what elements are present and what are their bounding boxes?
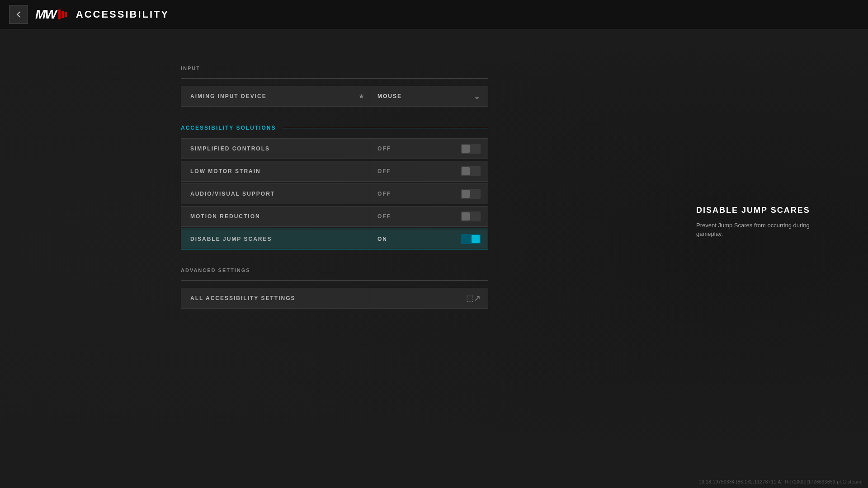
main-content: INPUT AIMING INPUT DEVICE ★ MOUSE ⌄ ACCE… xyxy=(0,29,868,488)
mw-text: MW xyxy=(35,7,56,22)
toggle-thumb xyxy=(462,145,470,153)
low-motor-strain-label: LOW MOTOR STRAIN xyxy=(181,168,370,174)
accessibility-section-title: ACCESSIBILITY SOLUTIONS xyxy=(181,125,276,131)
simplified-controls-row[interactable]: SIMPLIFIED CONTROLS OFF xyxy=(181,138,488,159)
input-divider xyxy=(181,78,488,79)
external-link-icon: ⬚↗ xyxy=(466,293,481,303)
star-icon: ★ xyxy=(359,93,364,100)
advanced-divider xyxy=(181,280,488,281)
mw-bar-2 xyxy=(61,11,64,18)
input-section-header: INPUT xyxy=(181,66,488,73)
audio-visual-support-value-area: OFF xyxy=(370,189,488,199)
mw-logo: MW xyxy=(35,7,67,22)
input-section: INPUT AIMING INPUT DEVICE ★ MOUSE ⌄ xyxy=(181,66,488,107)
motion-reduction-row[interactable]: MOTION REDUCTION OFF xyxy=(181,206,488,227)
disable-jump-scares-label: DISABLE JUMP SCARES xyxy=(181,236,370,242)
disable-jump-scares-toggle[interactable] xyxy=(461,234,481,244)
low-motor-strain-toggle[interactable] xyxy=(461,166,481,176)
disable-jump-scares-row[interactable]: DISABLE JUMP SCARES ON xyxy=(181,229,488,249)
toggle-thumb xyxy=(462,212,470,221)
motion-reduction-value-area: OFF xyxy=(370,211,488,221)
mw-bar-3 xyxy=(65,12,67,17)
link-icon-area: ⬚↗ xyxy=(370,293,488,303)
low-motor-strain-row[interactable]: LOW MOTOR STRAIN OFF xyxy=(181,161,488,182)
disable-jump-scares-value-area: ON xyxy=(370,234,488,244)
aiming-input-value-area: MOUSE ⌄ xyxy=(370,92,488,101)
info-panel: DISABLE JUMP SCARES Prevent Jump Scares … xyxy=(696,206,814,239)
simplified-controls-value: OFF xyxy=(377,145,391,152)
chevron-down-icon: ⌄ xyxy=(474,92,481,101)
simplified-controls-value-area: OFF xyxy=(370,144,488,154)
motion-reduction-label: MOTION REDUCTION xyxy=(181,213,370,220)
audio-visual-support-toggle[interactable] xyxy=(461,189,481,199)
simplified-controls-label: SIMPLIFIED CONTROLS xyxy=(181,145,370,152)
motion-reduction-toggle[interactable] xyxy=(461,211,481,221)
all-accessibility-settings-row[interactable]: ALL ACCESSIBILITY SETTINGS ⬚↗ xyxy=(181,288,488,309)
all-accessibility-settings-label: ALL ACCESSIBILITY SETTINGS xyxy=(181,295,370,301)
audio-visual-support-value: OFF xyxy=(377,191,391,197)
settings-panel: INPUT AIMING INPUT DEVICE ★ MOUSE ⌄ ACCE… xyxy=(181,66,488,316)
audio-visual-support-row[interactable]: AUDIO/VISUAL SUPPORT OFF xyxy=(181,183,488,204)
back-button[interactable] xyxy=(9,5,28,24)
header: MW ACCESSIBILITY xyxy=(0,0,868,29)
low-motor-strain-value-area: OFF xyxy=(370,166,488,176)
audio-visual-support-label: AUDIO/VISUAL SUPPORT xyxy=(181,191,370,197)
motion-reduction-value: OFF xyxy=(377,213,391,220)
mw-bars xyxy=(58,9,67,19)
footer-debug: 10.18.19750334 [86:162:11278+11:A] Th[72… xyxy=(699,479,863,484)
section-header-line xyxy=(283,128,488,128)
logo-area: MW ACCESSIBILITY xyxy=(35,7,169,22)
aiming-input-label: AIMING INPUT DEVICE xyxy=(181,93,359,99)
disable-jump-scares-value: ON xyxy=(377,236,387,242)
page-title: ACCESSIBILITY xyxy=(76,9,169,20)
accessibility-solutions-section: ACCESSIBILITY SOLUTIONS SIMPLIFIED CONTR… xyxy=(181,125,488,249)
toggle-thumb xyxy=(472,235,480,243)
back-icon xyxy=(14,10,23,19)
toggle-thumb xyxy=(462,190,470,198)
aiming-input-device-row[interactable]: AIMING INPUT DEVICE ★ MOUSE ⌄ xyxy=(181,86,488,107)
mw-bar-1 xyxy=(58,9,61,19)
info-title: DISABLE JUMP SCARES xyxy=(696,206,814,216)
advanced-settings-section: ADVANCED SETTINGS ALL ACCESSIBILITY SETT… xyxy=(181,267,488,309)
aiming-input-value: MOUSE xyxy=(377,93,402,99)
low-motor-strain-value: OFF xyxy=(377,168,391,174)
toggle-thumb xyxy=(462,167,470,175)
simplified-controls-toggle[interactable] xyxy=(461,144,481,154)
advanced-section-header: ADVANCED SETTINGS xyxy=(181,267,488,275)
info-description: Prevent Jump Scares from occurring durin… xyxy=(696,221,814,239)
accessibility-section-header: ACCESSIBILITY SOLUTIONS xyxy=(181,125,488,131)
